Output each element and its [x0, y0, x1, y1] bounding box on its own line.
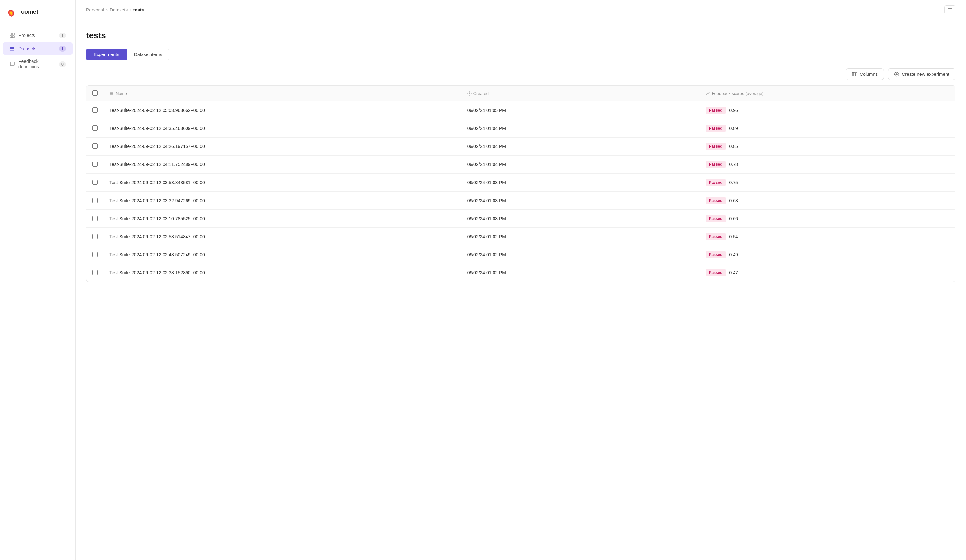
row-name-cell[interactable]: Test-Suite-2024-09-02 12:03:10.785525+00… — [104, 210, 461, 228]
svg-rect-14 — [853, 72, 854, 76]
projects-count: 1 — [59, 33, 66, 38]
page-title: tests — [86, 31, 956, 41]
row-name-cell[interactable]: Test-Suite-2024-09-02 12:04:26.197157+00… — [104, 138, 461, 156]
row-score-cell: Passed 0.54 — [700, 228, 955, 246]
svg-rect-8 — [10, 47, 15, 48]
passed-badge: Passed — [706, 107, 726, 114]
row-created-cell: 09/02/24 01:04 PM — [461, 120, 700, 138]
row-checkbox-9[interactable] — [92, 270, 97, 275]
create-experiment-button[interactable]: Create new experiment — [888, 68, 956, 80]
row-created-cell: 09/02/24 01:02 PM — [461, 228, 700, 246]
sidebar-nav: Projects 1 Datasets 1 Feedback defin — [0, 24, 75, 78]
row-checkbox-5[interactable] — [92, 198, 97, 203]
table-row: Test-Suite-2024-09-02 12:04:26.197157+00… — [86, 138, 955, 156]
table-row: Test-Suite-2024-09-02 12:02:58.514847+00… — [86, 228, 955, 246]
app-name: comet — [21, 8, 38, 15]
breadcrumb: Personal › Datasets › tests — [86, 7, 144, 13]
row-created-cell: 09/02/24 01:05 PM — [461, 102, 700, 120]
table-row: Test-Suite-2024-09-02 12:03:53.843581+00… — [86, 174, 955, 192]
row-name-cell[interactable]: Test-Suite-2024-09-02 12:02:38.152890+00… — [104, 264, 461, 282]
row-checkbox-8[interactable] — [92, 252, 97, 257]
create-experiment-label: Create new experiment — [902, 72, 949, 77]
sidebar-item-feedback[interactable]: Feedback definitions 0 — [3, 56, 72, 72]
sidebar-item-datasets[interactable]: Datasets 1 — [3, 42, 72, 55]
create-experiment-icon — [894, 72, 899, 77]
row-checkbox-1[interactable] — [92, 125, 97, 131]
row-checkbox-cell — [86, 174, 104, 192]
breadcrumb-current: tests — [133, 7, 144, 13]
row-checkbox-3[interactable] — [92, 161, 97, 167]
svg-rect-15 — [854, 72, 855, 76]
score-value: 0.96 — [729, 108, 738, 113]
svg-rect-4 — [10, 33, 12, 35]
score-value: 0.78 — [729, 162, 738, 167]
svg-rect-5 — [13, 33, 15, 35]
table-header-row: Name Created — [86, 86, 955, 102]
score-value: 0.47 — [729, 270, 738, 276]
row-checkbox-2[interactable] — [92, 143, 97, 149]
svg-rect-13 — [948, 11, 952, 11]
row-name-cell[interactable]: Test-Suite-2024-09-02 12:04:35.463609+00… — [104, 120, 461, 138]
breadcrumb-personal[interactable]: Personal — [86, 7, 104, 13]
svg-rect-11 — [948, 8, 952, 9]
row-name-cell[interactable]: Test-Suite-2024-09-02 12:04:11.752489+00… — [104, 156, 461, 174]
row-created-cell: 09/02/24 01:02 PM — [461, 246, 700, 264]
projects-label: Projects — [18, 33, 56, 38]
passed-badge: Passed — [706, 251, 726, 258]
row-name-cell[interactable]: Test-Suite-2024-09-02 12:03:53.843581+00… — [104, 174, 461, 192]
row-checkbox-4[interactable] — [92, 179, 97, 185]
tab-dataset-items[interactable]: Dataset items — [127, 49, 170, 61]
row-score-cell: Passed 0.47 — [700, 264, 955, 282]
name-col-icon — [109, 91, 113, 95]
page-body: tests Experiments Dataset items Columns — [76, 20, 966, 560]
row-checkbox-cell — [86, 120, 104, 138]
sidebar-item-projects[interactable]: Projects 1 — [3, 29, 72, 42]
columns-button[interactable]: Columns — [846, 68, 884, 80]
header-name: Name — [104, 86, 461, 102]
row-checkbox-cell — [86, 264, 104, 282]
feedback-icon — [9, 61, 15, 67]
svg-rect-9 — [10, 48, 15, 49]
passed-badge: Passed — [706, 215, 726, 222]
columns-icon — [852, 72, 857, 77]
passed-badge: Passed — [706, 233, 726, 240]
passed-badge: Passed — [706, 269, 726, 276]
row-checkbox-6[interactable] — [92, 216, 97, 221]
row-checkbox-cell — [86, 210, 104, 228]
score-value: 0.54 — [729, 234, 738, 239]
passed-badge: Passed — [706, 179, 726, 186]
scores-col-label: Feedback scores (average) — [712, 91, 764, 96]
row-checkbox-7[interactable] — [92, 234, 97, 239]
row-name-cell[interactable]: Test-Suite-2024-09-02 12:05:03.963662+00… — [104, 102, 461, 120]
svg-rect-10 — [10, 49, 15, 51]
passed-badge: Passed — [706, 161, 726, 168]
name-col-label: Name — [116, 91, 127, 96]
row-created-cell: 09/02/24 01:04 PM — [461, 156, 700, 174]
row-created-cell: 09/02/24 01:04 PM — [461, 138, 700, 156]
row-name-cell[interactable]: Test-Suite-2024-09-02 12:03:32.947269+00… — [104, 192, 461, 210]
breadcrumb-datasets[interactable]: Datasets — [110, 7, 128, 13]
topbar-actions — [944, 5, 956, 15]
row-score-cell: Passed 0.66 — [700, 210, 955, 228]
row-checkbox-cell — [86, 138, 104, 156]
feedback-label: Feedback definitions — [18, 59, 56, 69]
experiments-table: Name Created — [86, 85, 956, 282]
row-score-cell: Passed 0.75 — [700, 174, 955, 192]
row-name-cell[interactable]: Test-Suite-2024-09-02 12:02:48.507249+00… — [104, 246, 461, 264]
svg-rect-16 — [856, 72, 857, 76]
row-checkbox-0[interactable] — [92, 107, 97, 113]
sidebar-toggle-button[interactable] — [944, 5, 956, 15]
logo-area: comet — [0, 0, 75, 24]
select-all-checkbox[interactable] — [92, 90, 97, 95]
table-body: Test-Suite-2024-09-02 12:05:03.963662+00… — [86, 102, 955, 282]
row-created-cell: 09/02/24 01:03 PM — [461, 192, 700, 210]
table-row: Test-Suite-2024-09-02 12:05:03.963662+00… — [86, 102, 955, 120]
row-name-cell[interactable]: Test-Suite-2024-09-02 12:02:58.514847+00… — [104, 228, 461, 246]
score-value: 0.49 — [729, 252, 738, 257]
row-score-cell: Passed 0.85 — [700, 138, 955, 156]
table-row: Test-Suite-2024-09-02 12:02:38.152890+00… — [86, 264, 955, 282]
breadcrumb-sep-2: › — [130, 7, 131, 13]
header-scores: Feedback scores (average) — [700, 86, 955, 102]
tab-experiments[interactable]: Experiments — [86, 49, 127, 61]
scores-col-icon — [706, 91, 710, 95]
